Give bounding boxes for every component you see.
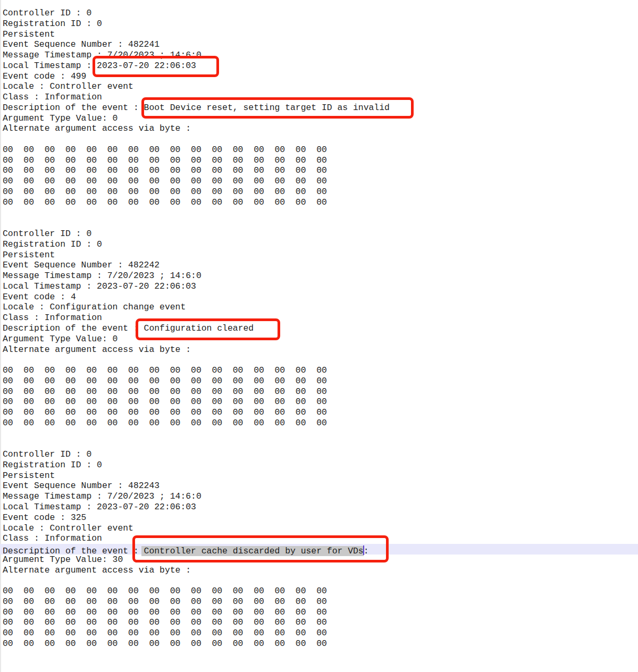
field-label: Controller ID : (3, 449, 86, 459)
log-line: Registration ID : 0 (0, 239, 638, 250)
hex-row: 00 00 00 00 00 00 00 00 00 00 00 00 00 0… (3, 607, 327, 617)
field-label: Locale : (3, 523, 50, 533)
log-line: 00 00 00 00 00 00 00 00 00 00 00 00 00 0… (0, 418, 638, 429)
log-line (0, 218, 638, 229)
field-value: 2023-07-20 22:06:03 (97, 281, 196, 291)
field-value: Controller event (50, 523, 133, 533)
hex-row: 00 00 00 00 00 00 00 00 00 00 00 00 00 0… (3, 597, 327, 607)
log-line (0, 355, 638, 365)
log-line: Persistent (0, 471, 638, 481)
log-line (0, 134, 638, 145)
hex-row: 00 00 00 00 00 00 00 00 00 00 00 00 00 0… (3, 418, 327, 428)
field-label: Local Timestamp : (3, 61, 97, 71)
event-log-text[interactable]: Controller ID : 0Registration ID : 0Pers… (0, 8, 638, 670)
field-value: 4 (71, 292, 76, 302)
field-value: 0 (97, 460, 102, 470)
field-value: 0 (86, 229, 91, 239)
field-value: Controller event (50, 81, 133, 91)
field-value: Persistent (3, 29, 55, 39)
log-line: 00 00 00 00 00 00 00 00 00 00 00 00 00 0… (0, 407, 638, 418)
field-value: 0 (113, 334, 118, 344)
field-label: Message Timestamp : (3, 50, 107, 60)
log-line: Alternate argument access via byte : (0, 123, 638, 134)
hex-row: 00 00 00 00 00 00 00 00 00 00 00 00 00 0… (3, 165, 327, 175)
log-line (0, 429, 638, 439)
field-label: Controller ID : (3, 8, 86, 18)
field-value: 482243 (128, 481, 160, 491)
log-line: 00 00 00 00 00 00 00 00 00 00 00 00 00 0… (0, 155, 638, 166)
field-label: Description of the event : (3, 103, 144, 113)
field-value: Information (45, 533, 102, 543)
log-line: 00 00 00 00 00 00 00 00 00 00 00 00 00 0… (0, 586, 638, 597)
log-line: Description of the event : Controller ca… (0, 544, 638, 555)
log-line: 00 00 00 00 00 00 00 00 00 00 00 00 00 0… (0, 145, 638, 155)
field-label: Argument Type Value: (3, 113, 113, 123)
field-label: Local Timestamp : (3, 281, 97, 291)
hex-row: 00 00 00 00 00 00 00 00 00 00 00 00 00 0… (3, 376, 327, 386)
hex-row: 00 00 00 00 00 00 00 00 00 00 00 00 00 0… (3, 628, 327, 638)
field-label: Argument Type Value: (3, 334, 113, 344)
field-value: 7/20/2023 ; 14:6:0 (107, 50, 202, 60)
hex-row: 00 00 00 00 00 00 00 00 00 00 00 00 00 0… (3, 197, 327, 207)
field-value: Persistent (3, 250, 55, 260)
log-line: Locale : Controller event (0, 81, 638, 92)
log-line: Locale : Configuration change event (0, 302, 638, 313)
log-line: Event code : 499 (0, 71, 638, 82)
field-label: Description of the event : (3, 323, 144, 333)
field-label: Locale : (3, 81, 50, 91)
log-line: 00 00 00 00 00 00 00 00 00 00 00 00 00 0… (0, 628, 638, 639)
log-line: 00 00 00 00 00 00 00 00 00 00 00 00 00 0… (0, 387, 638, 397)
event-description: Configuration cleared (144, 323, 254, 333)
hex-row: 00 00 00 00 00 00 00 00 00 00 00 00 00 0… (3, 187, 327, 197)
field-value: 2023-07-20 22:06:03 (97, 61, 196, 71)
hex-row: 00 00 00 00 00 00 00 00 00 00 00 00 00 0… (3, 617, 327, 627)
field-label: Alternate argument access via byte : (3, 565, 191, 575)
field-value: 0 (86, 449, 91, 459)
log-line: 00 00 00 00 00 00 00 00 00 00 00 00 00 0… (0, 397, 638, 407)
hex-row: 00 00 00 00 00 00 00 00 00 00 00 00 00 0… (3, 586, 327, 596)
field-label: Event code : (3, 513, 71, 523)
log-line: Locale : Controller event (0, 523, 638, 534)
log-line: 00 00 00 00 00 00 00 00 00 00 00 00 00 0… (0, 187, 638, 197)
field-value: 7/20/2023 ; 14:6:0 (107, 491, 202, 501)
field-value: 482242 (128, 260, 160, 270)
field-value: 2023-07-20 22:06:03 (97, 502, 196, 512)
log-line: Controller ID : 0 (0, 8, 638, 19)
field-value: Persistent (3, 471, 55, 481)
hex-row: 00 00 00 00 00 00 00 00 00 00 00 00 00 0… (3, 387, 327, 397)
log-line: 00 00 00 00 00 00 00 00 00 00 00 00 00 0… (0, 176, 638, 187)
text-caret (363, 545, 364, 555)
field-label: Event code : (3, 292, 71, 302)
field-label: Alternate argument access via byte : (3, 345, 191, 355)
field-label: Event Sequence Number : (3, 39, 128, 49)
field-value: 0 (97, 239, 102, 249)
field-label: Event code : (3, 71, 71, 81)
log-line: Registration ID : 0 (0, 460, 638, 471)
log-line: Message Timestamp : 7/20/2023 ; 14:6:0 (0, 50, 638, 61)
hex-row: 00 00 00 00 00 00 00 00 00 00 00 00 00 0… (3, 155, 327, 165)
log-line: Local Timestamp : 2023-07-20 22:06:03 (0, 502, 638, 513)
field-label: Message Timestamp : (3, 271, 107, 281)
log-line: Class : Information (0, 533, 638, 544)
field-value: 0 (97, 19, 102, 29)
log-line: 00 00 00 00 00 00 00 00 00 00 00 00 00 0… (0, 165, 638, 176)
log-line: 00 00 00 00 00 00 00 00 00 00 00 00 00 0… (0, 197, 638, 208)
log-line: Description of the event : Boot Device r… (0, 103, 638, 113)
field-label: Registration ID : (3, 460, 97, 470)
field-value: Configuration change event (50, 302, 186, 312)
log-line: 00 00 00 00 00 00 00 00 00 00 00 00 00 0… (0, 607, 638, 618)
log-line: 00 00 00 00 00 00 00 00 00 00 00 00 00 0… (0, 376, 638, 387)
field-label: Alternate argument access via byte : (3, 123, 191, 133)
hex-row: 00 00 00 00 00 00 00 00 00 00 00 00 00 0… (3, 639, 327, 649)
log-line: Message Timestamp : 7/20/2023 ; 14:6:0 (0, 491, 638, 502)
field-label: Locale : (3, 302, 50, 312)
log-line: 00 00 00 00 00 00 00 00 00 00 00 00 00 0… (0, 597, 638, 607)
field-value: Information (45, 313, 102, 323)
log-line (0, 439, 638, 449)
event-description[interactable]: Controller cache discarded by user for V… (141, 546, 364, 556)
log-line: Event Sequence Number : 482242 (0, 260, 638, 271)
log-line: Message Timestamp : 7/20/2023 ; 14:6:0 (0, 271, 638, 281)
field-label: Message Timestamp : (3, 491, 107, 501)
log-line: Local Timestamp : 2023-07-20 22:06:03 (0, 61, 638, 71)
log-line: Event code : 325 (0, 513, 638, 523)
